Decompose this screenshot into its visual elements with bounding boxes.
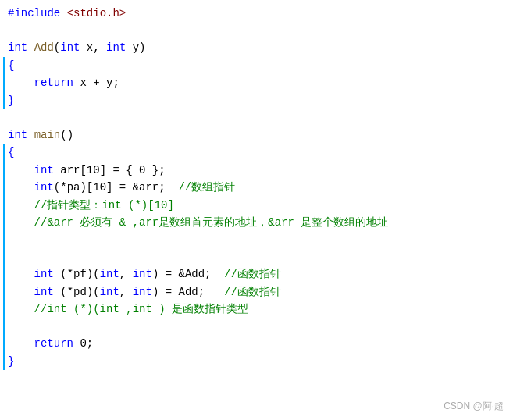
code-token: //函数指针 [224, 265, 281, 283]
code-line: int arr[10] = { 0 }; [0, 162, 513, 179]
code-token: (*pf)( [54, 265, 100, 283]
code-token: int [34, 265, 54, 283]
code-line: { [0, 57, 513, 74]
code-editor: #include <stdio.h>int Add(int x, int y){… [0, 0, 513, 420]
code-line [0, 109, 513, 126]
code-token [27, 126, 34, 144]
code-token: //函数指针 [224, 283, 281, 301]
code-token: int [34, 283, 54, 301]
code-token: , [119, 283, 133, 301]
code-line: int (*pd)(int, int) = Add; //函数指针 [0, 283, 513, 301]
watermark: CSDN @阿·超 [444, 399, 504, 414]
code-token: int [8, 39, 27, 56]
code-token: int [34, 179, 54, 196]
code-token: return [34, 335, 73, 352]
code-line: { [0, 144, 513, 161]
code-token: int [100, 265, 119, 283]
code-token: main [34, 126, 61, 144]
code-line: } [0, 92, 513, 109]
code-line [0, 231, 513, 248]
code-line: //int (*)(int ,int ) 是函数指针类型 [0, 301, 513, 318]
code-token: int [100, 283, 119, 301]
code-line: int (*pf)(int, int) = &Add; //函数指针 [0, 265, 513, 283]
code-token: (*pd)( [54, 283, 100, 301]
code-line: int(*pa)[10] = &arr; //数组指针 [0, 179, 513, 196]
code-token: //&arr 必须有 & ,arr是数组首元素的地址，&arr 是整个数组的地址 [34, 214, 389, 231]
code-token: ) = &Add; [152, 265, 224, 283]
code-token: //指针类型：int (*)[10] [34, 197, 174, 214]
code-line [0, 318, 513, 335]
code-token: return [34, 74, 73, 91]
code-token: { [8, 57, 14, 74]
code-token: } [8, 353, 14, 370]
code-line: return 0; [0, 335, 513, 352]
code-token: () [60, 126, 73, 144]
code-token: int [106, 39, 126, 56]
code-token: } [8, 92, 14, 109]
code-line: return x + y; [0, 74, 513, 91]
code-token: int [8, 126, 27, 144]
code-token: x + y; [73, 74, 119, 91]
code-token: Add [34, 39, 54, 56]
code-token: //int (*)(int ,int ) 是函数指针类型 [34, 301, 248, 318]
code-token: x, [80, 39, 106, 56]
code-token: 0; [73, 335, 93, 352]
code-line: //指针类型：int (*)[10] [0, 197, 513, 214]
code-token: int [60, 39, 80, 56]
code-line [0, 248, 513, 265]
code-token [27, 39, 34, 56]
code-token: //数组指针 [178, 179, 235, 196]
code-token: (*pa)[10] = &arr; [54, 179, 179, 196]
code-token: int [133, 265, 152, 283]
code-content: #include <stdio.h>int Add(int x, int y){… [0, 5, 513, 370]
code-token: <stdio.h> [67, 5, 126, 22]
code-token: ( [54, 39, 60, 56]
code-line: } [0, 353, 513, 370]
code-token: ) = Add; [152, 283, 224, 301]
code-token: int [133, 283, 152, 301]
code-token: y) [126, 39, 145, 56]
code-line: int Add(int x, int y) [0, 39, 513, 56]
code-token: #include [8, 5, 67, 22]
code-line [0, 22, 513, 39]
code-line: //&arr 必须有 & ,arr是数组首元素的地址，&arr 是整个数组的地址 [0, 214, 513, 231]
code-token: { [8, 144, 14, 161]
code-line: int main() [0, 126, 513, 144]
code-line: #include <stdio.h> [0, 5, 513, 22]
code-token: , [119, 265, 133, 283]
code-token: arr[10] = { 0 }; [54, 162, 166, 179]
code-token: int [34, 162, 54, 179]
